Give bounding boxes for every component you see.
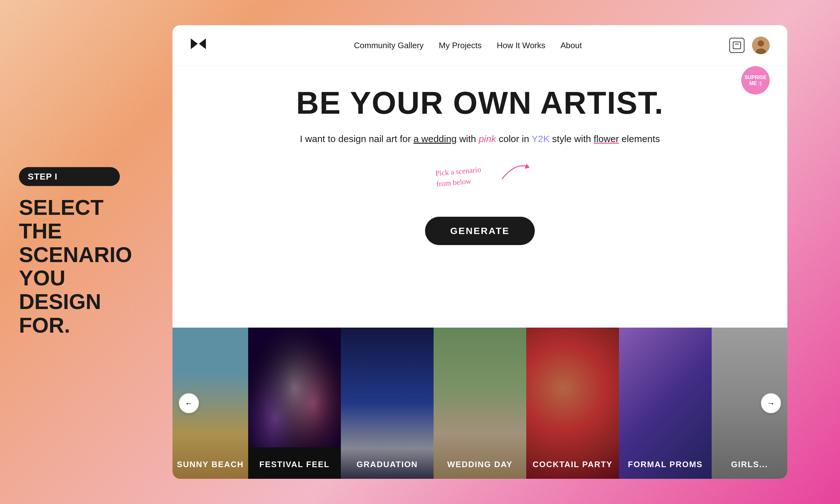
nav-logo — [190, 37, 207, 54]
generate-button[interactable]: GENERATE — [425, 217, 535, 245]
gallery-card-label-prom: FORMAL PROMS — [619, 460, 712, 469]
svg-rect-2 — [733, 42, 741, 49]
gallery-card-formal-proms[interactable]: FORMAL PROMS — [619, 328, 712, 479]
hero-section: BE YOUR OWN ARTIST. I want to design nai… — [172, 66, 787, 328]
gallery-cards: SUNNY BEACH — [172, 328, 787, 479]
user-avatar[interactable] — [752, 37, 770, 54]
gallery-card-label-wedding: WEDDING DAY — [433, 460, 526, 469]
gallery-card-label-sunny-beach: SUNNY BEACH — [172, 460, 248, 469]
gallery-card-label-girls: GIRLS... — [712, 460, 787, 469]
page-outer: STEP I SELECT THE SCENARIO YOU DESIGN FO… — [0, 0, 840, 504]
gallery-card-label-festival: FESTIVAL FEEL — [248, 460, 341, 469]
gallery-card-label-cocktail: COCKTAIL PARTY — [526, 460, 619, 469]
color-text[interactable]: pink — [479, 133, 496, 144]
nav-links: Community Gallery My Projects How It Wor… — [354, 41, 582, 50]
navbar: Community Gallery My Projects How It Wor… — [172, 25, 787, 66]
hero-subtitle: I want to design nail art for a wedding … — [300, 133, 660, 144]
svg-marker-1 — [199, 38, 206, 49]
nav-link-about[interactable]: About — [561, 41, 582, 50]
nav-link-my-projects[interactable]: My Projects — [439, 41, 482, 50]
nav-link-community-gallery[interactable]: Community Gallery — [354, 41, 424, 50]
gallery-card-cocktail-party[interactable]: COCKTAIL PARTY — [526, 328, 619, 479]
nav-actions — [729, 37, 770, 54]
cart-button[interactable] — [729, 38, 744, 53]
element-text[interactable]: flower — [594, 133, 619, 144]
annotation-area: Pick a scenariofrom below — [417, 163, 543, 201]
svg-point-4 — [758, 40, 764, 47]
occasion-text[interactable]: a wedding — [413, 133, 457, 144]
gallery-prev-button[interactable]: ← — [179, 393, 199, 413]
main-window: Community Gallery My Projects How It Wor… — [172, 25, 787, 479]
sidebar-title: SELECT THE SCENARIO YOU DESIGN FOR. — [19, 196, 120, 337]
nav-link-how-it-works[interactable]: How It Works — [497, 41, 545, 50]
step-badge: STEP I — [19, 167, 120, 186]
annotation-text: Pick a scenariofrom below — [435, 164, 482, 190]
gallery-strip: ← SUNNY BEACH — [172, 328, 787, 479]
gallery-card-festival-feel[interactable]: FESTIVAL FEEL — [248, 328, 341, 479]
gallery-card-label-graduation: GRADUATION — [341, 460, 433, 469]
surprise-button[interactable]: SUPRISE ME :) — [741, 66, 770, 94]
hero-title: BE YOUR OWN ARTIST. — [296, 85, 664, 121]
gallery-card-wedding-day[interactable]: WEDDING DAY — [433, 328, 526, 479]
svg-marker-0 — [191, 38, 198, 49]
style-text[interactable]: Y2K — [532, 133, 550, 144]
gallery-next-button[interactable]: → — [761, 393, 781, 413]
sidebar: STEP I SELECT THE SCENARIO YOU DESIGN FO… — [19, 167, 120, 337]
gallery-card-graduation[interactable]: GRADUATION — [341, 328, 433, 479]
